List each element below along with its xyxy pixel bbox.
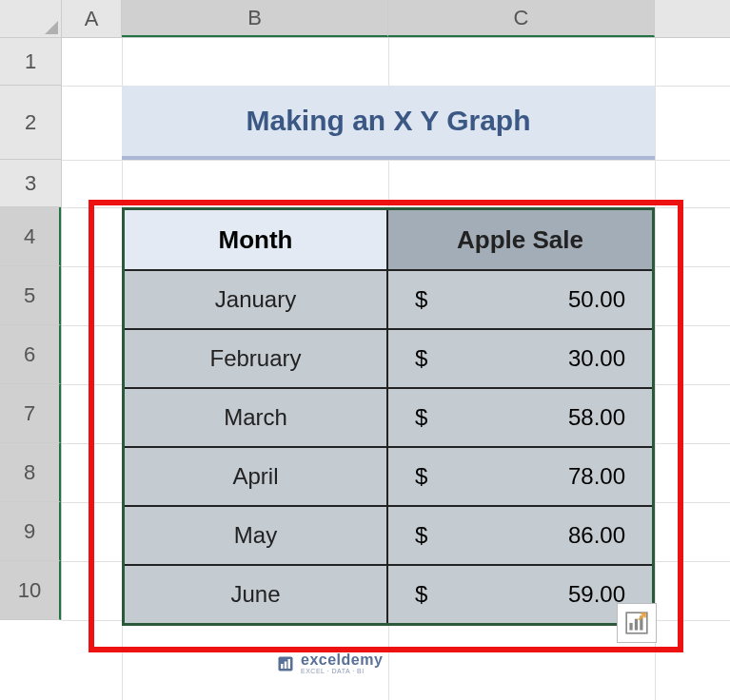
table-row: January $50.00 xyxy=(125,269,652,328)
svg-rect-3 xyxy=(635,619,638,631)
row-header-7[interactable]: 7 xyxy=(0,384,61,443)
watermark: exceldemy EXCEL · DATA · BI xyxy=(276,652,383,674)
table-header-row: Month Apple Sale xyxy=(125,210,652,269)
cell-month[interactable]: March xyxy=(125,389,388,446)
select-all-corner[interactable] xyxy=(0,0,62,38)
quick-analysis-button[interactable] xyxy=(617,603,657,643)
row-header-5[interactable]: 5 xyxy=(0,266,61,325)
grid-area[interactable]: Making an X Y Graph Month Apple Sale Jan… xyxy=(62,38,730,700)
row-header-3[interactable]: 3 xyxy=(0,160,61,207)
exceldemy-logo-icon xyxy=(276,654,295,673)
cell-month[interactable]: January xyxy=(125,271,388,328)
row-header-2[interactable]: 2 xyxy=(0,86,61,160)
watermark-sub: EXCEL · DATA · BI xyxy=(301,668,383,674)
svg-rect-7 xyxy=(285,661,287,669)
table-row: March $58.00 xyxy=(125,387,652,446)
svg-rect-8 xyxy=(288,659,291,669)
watermark-main: exceldemy xyxy=(301,652,383,668)
row-header-1[interactable]: 1 xyxy=(0,38,61,86)
svg-rect-6 xyxy=(281,664,284,669)
row-header-9[interactable]: 9 xyxy=(0,502,61,561)
cell-sale[interactable]: $86.00 xyxy=(388,507,652,564)
table-row: April $78.00 xyxy=(125,446,652,505)
table-row: May $86.00 xyxy=(125,505,652,564)
row-headers: 1 2 3 4 5 6 7 8 9 10 xyxy=(0,38,62,620)
row-header-10[interactable]: 10 xyxy=(0,561,61,620)
row-header-4[interactable]: 4 xyxy=(0,207,61,266)
svg-rect-2 xyxy=(629,623,632,631)
cell-month[interactable]: February xyxy=(125,330,388,387)
table-row: February $30.00 xyxy=(125,328,652,387)
row-header-8[interactable]: 8 xyxy=(0,443,61,502)
data-table: Month Apple Sale January $50.00 February… xyxy=(122,207,655,626)
spreadsheet: A B C 1 2 3 4 5 6 7 8 9 10 xyxy=(0,0,730,700)
select-all-triangle-icon xyxy=(45,21,58,34)
cell-sale[interactable]: $78.00 xyxy=(388,448,652,505)
cell-sale[interactable]: $30.00 xyxy=(388,330,652,387)
table-row: June $59.00 xyxy=(125,564,652,623)
cell-month[interactable]: June xyxy=(125,566,388,623)
header-month[interactable]: Month xyxy=(125,210,388,269)
cell-month[interactable]: May xyxy=(125,507,388,564)
quick-analysis-icon xyxy=(624,611,649,635)
column-header-b[interactable]: B xyxy=(122,0,388,37)
title-cell[interactable]: Making an X Y Graph xyxy=(122,86,655,160)
title-text: Making an X Y Graph xyxy=(247,105,531,137)
cell-sale[interactable]: $50.00 xyxy=(388,271,652,328)
column-header-c[interactable]: C xyxy=(388,0,655,37)
cell-sale[interactable]: $59.00 xyxy=(388,566,652,623)
row-header-6[interactable]: 6 xyxy=(0,325,61,384)
cell-month[interactable]: April xyxy=(125,448,388,505)
svg-marker-0 xyxy=(45,21,58,34)
header-sale[interactable]: Apple Sale xyxy=(388,210,652,269)
cell-sale[interactable]: $58.00 xyxy=(388,389,652,446)
column-headers: A B C xyxy=(62,0,730,38)
column-header-a[interactable]: A xyxy=(62,0,122,37)
